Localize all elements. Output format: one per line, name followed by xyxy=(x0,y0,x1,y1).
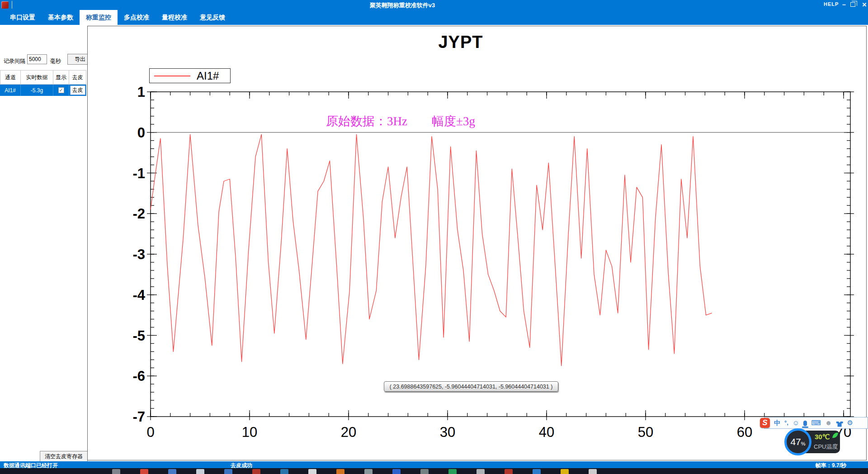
taskbar-app-icon[interactable] xyxy=(112,469,120,474)
minimize-icon[interactable]: – xyxy=(840,1,849,9)
record-interval-unit: 毫秒 xyxy=(50,57,61,65)
tab-称重监控[interactable]: 称重监控 xyxy=(80,10,118,25)
taskbar-app-icon[interactable] xyxy=(196,469,204,474)
taskbar-app-icon[interactable] xyxy=(308,469,316,474)
restore-icon[interactable] xyxy=(850,2,855,7)
keyboard-icon[interactable]: ⌨ xyxy=(811,418,821,428)
account-icon[interactable]: ☻ xyxy=(825,418,832,428)
tab-多点校准[interactable]: 多点校准 xyxy=(118,10,156,25)
legend-series-label: AI1# xyxy=(197,70,219,82)
cpu-temperature-label: CPU温度 xyxy=(814,443,838,451)
cpu-temperature-value: 30℃ xyxy=(815,433,830,441)
tab-串口设置[interactable]: 串口设置 xyxy=(4,10,42,25)
tab-意见反馈[interactable]: 意见反馈 xyxy=(193,10,231,25)
channel-table: 通道 实时数据 显示 去皮 AI1# -5.3g ✓ 去皮 xyxy=(0,70,86,96)
taskbar-app-icon[interactable] xyxy=(589,469,597,474)
taskbar-app-icon[interactable] xyxy=(392,469,401,474)
taskbar-app-icon[interactable] xyxy=(476,469,485,474)
svg-text:1: 1 xyxy=(137,84,145,100)
menu-bar: 串口设置基本参数称重监控多点校准量程校准意见反馈 xyxy=(0,10,868,25)
svg-text:-6: -6 xyxy=(132,368,145,384)
svg-text:-4: -4 xyxy=(132,287,145,303)
microphone-icon[interactable] xyxy=(803,421,807,426)
punctuation-icon[interactable]: °, xyxy=(784,418,788,428)
table-header-row: 通道 实时数据 显示 去皮 xyxy=(0,70,86,85)
cell-realtime-value: -5.3g xyxy=(21,85,53,96)
svg-text:-3: -3 xyxy=(132,246,145,262)
svg-text:40: 40 xyxy=(539,424,554,440)
skin-icon[interactable] xyxy=(836,422,843,427)
table-row[interactable]: AI1# -5.3g ✓ 去皮 xyxy=(0,85,86,96)
legend-line-sample xyxy=(154,76,190,76)
plot-canvas: 01020304050607010-1-2-3-4-5-6-7 xyxy=(88,26,866,460)
clear-tare-register-button[interactable]: 清空去皮寄存器 xyxy=(40,451,88,462)
record-interval-input[interactable] xyxy=(27,54,47,64)
header-tare: 去皮 xyxy=(69,70,86,85)
taskbar-app-icon[interactable] xyxy=(561,469,569,474)
status-bar: 数据通讯端口已经打开 去皮成功 帧率：9.7/秒 xyxy=(0,461,868,468)
taskbar-app-icon[interactable] xyxy=(224,469,232,474)
taskbar-app-icon[interactable] xyxy=(280,469,288,474)
svg-text:10: 10 xyxy=(242,424,257,440)
title-bar: 聚英翱翔称重校准软件v3 HELP – ✕ xyxy=(0,0,868,10)
taskbar-app-icon[interactable] xyxy=(505,469,513,474)
svg-text:-2: -2 xyxy=(132,206,145,222)
svg-text:30: 30 xyxy=(440,424,455,440)
app-icon xyxy=(1,1,9,9)
ime-toolbar[interactable]: S 中 °, ☺ ⌨ ☻ ⚙ xyxy=(764,417,868,429)
header-channel: 通道 xyxy=(0,70,21,85)
svg-text:0: 0 xyxy=(146,424,154,440)
header-realtime: 实时数据 xyxy=(21,70,53,85)
svg-text:0: 0 xyxy=(137,125,145,141)
taskbar-app-icon[interactable] xyxy=(336,469,344,474)
cpu-usage-percent-unit: % xyxy=(801,441,806,446)
taskbar-app-icon[interactable] xyxy=(140,469,148,474)
taskbar-app-icon[interactable] xyxy=(533,469,541,474)
taskbar-app-icon[interactable] xyxy=(252,469,260,474)
header-show: 显示 xyxy=(53,70,69,85)
windows-taskbar[interactable] xyxy=(0,468,868,474)
window-title: 聚英翱翔称重校准软件v3 xyxy=(321,1,484,9)
taskbar-app-icon[interactable] xyxy=(364,469,373,474)
chart-annotation: 原始数据：3Hz 幅度±3g xyxy=(283,113,518,129)
cursor-tooltip: ( 23.6988643597625, -5.96044404714031, -… xyxy=(384,381,558,392)
taskbar-app-icon[interactable] xyxy=(420,469,429,474)
show-checkbox[interactable]: ✓ xyxy=(58,87,64,93)
settings-wrench-icon[interactable]: ⚙ xyxy=(847,418,853,428)
chart-area[interactable]: 01020304050607010-1-2-3-4-5-6-7 JYPT AI1… xyxy=(87,26,867,460)
cell-channel: AI1# xyxy=(0,85,21,96)
svg-text:-5: -5 xyxy=(132,328,145,344)
tab-基本参数[interactable]: 基本参数 xyxy=(42,10,80,25)
left-panel: 记录间隔 毫秒 导出 通道 实时数据 显示 去皮 AI1# -5.3g ✓ 去皮… xyxy=(0,25,87,461)
tab-量程校准[interactable]: 量程校准 xyxy=(156,10,193,25)
language-mode-icon[interactable]: 中 xyxy=(774,418,780,428)
cell-show: ✓ xyxy=(53,85,69,96)
help-button[interactable]: HELP xyxy=(824,1,839,7)
record-interval-label: 记录间隔 xyxy=(4,57,25,65)
emoji-icon[interactable]: ☺ xyxy=(793,418,799,428)
svg-text:20: 20 xyxy=(341,424,356,440)
sogou-logo-icon[interactable]: S xyxy=(760,418,770,428)
text-caret xyxy=(12,1,12,9)
close-icon[interactable]: ✕ xyxy=(861,1,868,9)
cpu-usage-percent: 47 xyxy=(790,436,801,447)
svg-text:50: 50 xyxy=(638,424,653,440)
chart-title: JYPT xyxy=(341,33,580,52)
svg-text:60: 60 xyxy=(737,424,752,440)
svg-text:-1: -1 xyxy=(132,166,145,181)
cpu-usage-ring: 47 % xyxy=(784,428,811,455)
svg-text:-7: -7 xyxy=(132,409,145,425)
taskbar-app-icon[interactable] xyxy=(448,469,457,474)
chart-legend: AI1# xyxy=(149,68,231,83)
tare-button[interactable]: 去皮 xyxy=(70,85,85,95)
cell-tare: 去皮 xyxy=(69,85,86,96)
taskbar-app-icon[interactable] xyxy=(168,469,176,474)
